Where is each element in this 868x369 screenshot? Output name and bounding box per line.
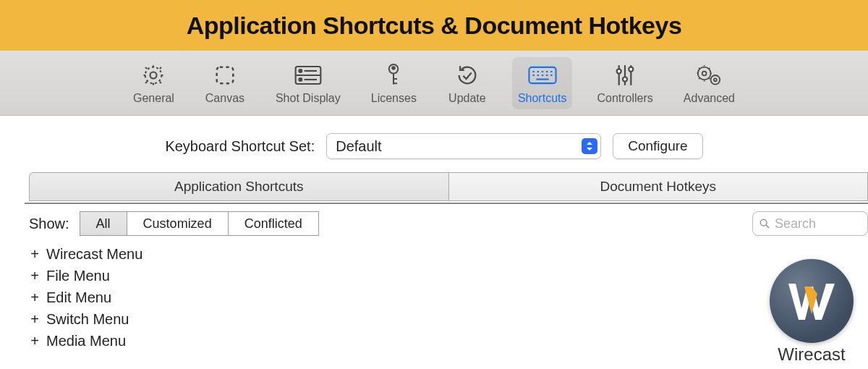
svg-point-29 <box>623 77 627 81</box>
search-field[interactable] <box>752 211 868 236</box>
expand-icon: + <box>29 311 41 328</box>
svg-marker-37 <box>587 148 592 150</box>
shortcut-set-row: Keyboard Shortcut Set: Default Configure <box>0 116 868 172</box>
toolbar-item-controllers[interactable]: Controllers <box>591 57 658 109</box>
toolbar-label: Licenses <box>371 92 417 105</box>
preferences-toolbar: General Canvas Shot Display <box>0 51 868 116</box>
toolbar-label: Canvas <box>205 92 244 105</box>
keyboard-icon <box>527 62 558 89</box>
segment-customized[interactable]: Customized <box>127 212 229 235</box>
segment-all[interactable]: All <box>80 212 127 235</box>
toolbar-label: Shot Display <box>276 92 341 105</box>
segment-label: Customized <box>143 216 212 232</box>
list-item[interactable]: +Media Menu <box>29 330 868 352</box>
wirecast-logo-icon <box>770 259 854 343</box>
list-item-label: Media Menu <box>46 333 126 349</box>
svg-rect-2 <box>217 67 234 83</box>
shortcut-set-select[interactable]: Default <box>326 133 601 159</box>
canvas-icon <box>209 62 241 89</box>
list-item-label: Switch Menu <box>46 311 129 328</box>
search-input[interactable] <box>775 216 847 232</box>
update-icon <box>451 62 483 89</box>
svg-line-39 <box>766 225 769 228</box>
toolbar-label: Shortcuts <box>518 92 567 105</box>
chevron-updown-icon <box>582 138 597 154</box>
shortcut-menu-list: +Wirecast Menu +File Menu +Edit Menu +Sw… <box>0 240 868 352</box>
svg-point-35 <box>714 78 717 81</box>
list-item[interactable]: +Switch Menu <box>29 308 868 330</box>
filter-row: Show: All Customized Conflicted <box>0 204 868 240</box>
toolbar-label: Controllers <box>597 92 652 105</box>
key-icon <box>378 62 409 89</box>
svg-point-1 <box>145 67 162 83</box>
list-item[interactable]: +File Menu <box>29 265 868 287</box>
segment-label: Conflicted <box>244 216 302 232</box>
shortcut-set-value: Default <box>336 138 381 155</box>
list-item[interactable]: +Wirecast Menu <box>29 243 868 265</box>
gear-icon <box>137 62 169 89</box>
toolbar-item-update[interactable]: Update <box>441 57 493 109</box>
toolbar-item-general[interactable]: General <box>127 57 180 109</box>
brand-name: Wirecast <box>778 344 845 365</box>
svg-point-33 <box>702 71 707 75</box>
svg-point-7 <box>299 78 302 81</box>
toolbar-label: Update <box>448 92 486 105</box>
expand-icon: + <box>29 268 41 284</box>
sliders-icon <box>609 62 641 89</box>
list-item-label: File Menu <box>46 268 110 284</box>
show-segmented-control: All Customized Conflicted <box>80 211 319 236</box>
expand-icon: + <box>29 289 41 306</box>
tab-document-hotkeys[interactable]: Document Hotkeys <box>449 172 869 201</box>
search-icon <box>759 218 770 229</box>
segment-label: All <box>96 216 111 232</box>
page-banner: Application Shortcuts & Document Hotkeys <box>0 0 868 51</box>
list-item-label: Wirecast Menu <box>46 246 142 263</box>
svg-point-10 <box>393 67 396 69</box>
configure-button[interactable]: Configure <box>613 133 702 159</box>
svg-point-34 <box>711 75 720 85</box>
shortcut-set-label: Keyboard Shortcut Set: <box>165 138 315 155</box>
page-title: Application Shortcuts & Document Hotkeys <box>187 12 682 40</box>
svg-point-32 <box>698 67 711 80</box>
toolbar-item-advanced[interactable]: Advanced <box>678 57 741 109</box>
tab-label: Document Hotkeys <box>600 179 716 195</box>
brand-logo-area: Wirecast <box>770 259 854 365</box>
advanced-icon <box>693 62 725 89</box>
shot-display-icon <box>292 62 324 89</box>
show-label: Show: <box>29 216 69 232</box>
toolbar-item-shortcuts[interactable]: Shortcuts <box>512 57 573 109</box>
expand-icon: + <box>29 246 41 263</box>
toolbar-label: Advanced <box>684 92 735 105</box>
svg-point-0 <box>150 72 157 78</box>
svg-marker-36 <box>587 142 592 145</box>
toolbar-item-licenses[interactable]: Licenses <box>365 57 422 109</box>
list-item[interactable]: +Edit Menu <box>29 287 868 308</box>
svg-point-5 <box>299 69 302 72</box>
expand-icon: + <box>29 333 41 349</box>
svg-point-31 <box>629 67 633 71</box>
list-item-label: Edit Menu <box>46 289 111 306</box>
tab-application-shortcuts[interactable]: Application Shortcuts <box>29 172 449 201</box>
toolbar-item-canvas[interactable]: Canvas <box>199 57 251 109</box>
tab-label: Application Shortcuts <box>174 179 304 195</box>
configure-label: Configure <box>628 138 687 154</box>
segment-conflicted[interactable]: Conflicted <box>229 212 318 235</box>
shortcut-scope-tabs: Application Shortcuts Document Hotkeys <box>29 172 868 201</box>
svg-point-38 <box>760 219 767 226</box>
toolbar-label: General <box>133 92 174 105</box>
toolbar-item-shot-display[interactable]: Shot Display <box>270 57 346 109</box>
svg-point-27 <box>617 69 621 73</box>
